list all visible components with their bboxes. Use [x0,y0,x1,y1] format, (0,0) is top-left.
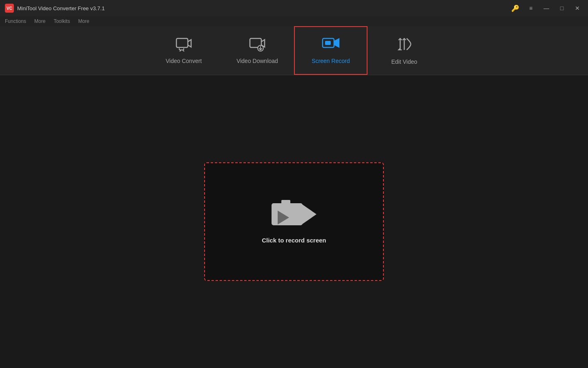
camera-icon [272,200,316,229]
tab-video-convert-label: Video Convert [166,58,202,64]
tab-screen-record[interactable]: Screen Record [294,26,368,75]
menu-extra[interactable]: More [78,18,89,24]
svg-rect-0 [176,38,188,47]
tab-video-download-label: Video Download [236,58,278,64]
minimize-button[interactable]: — [541,2,552,14]
hamburger-menu-icon[interactable]: ≡ [525,2,537,14]
maximize-button[interactable]: □ [556,2,568,14]
key-icon[interactable]: 🔑 [510,3,521,14]
close-button[interactable]: ✕ [572,2,583,14]
title-bar-controls: 🔑 ≡ — □ ✕ [510,2,583,14]
title-bar: VC MiniTool Video Converter Free v3.7.1 … [0,0,588,16]
tab-edit-video[interactable]: Edit Video [368,26,441,75]
tab-video-convert[interactable]: Video Convert [147,26,220,75]
record-label: Click to record screen [262,237,326,244]
video-convert-icon [176,37,192,54]
menu-bar: Functions More Toolkits More [0,16,588,26]
menu-functions[interactable]: Functions [5,18,26,24]
record-area[interactable]: Click to record screen [204,162,384,281]
title-bar-left: VC MiniTool Video Converter Free v3.7.1 [5,4,105,13]
video-download-icon [249,37,265,54]
main-content: Click to record screen [0,75,588,368]
menu-toolkits[interactable]: Toolkits [53,18,70,24]
edit-video-icon [396,36,412,54]
app-title: MiniTool Video Converter Free v3.7.1 [17,5,105,11]
tab-video-download[interactable]: Video Download [220,26,294,75]
app-logo: VC [5,4,14,13]
nav-tabs: Video Convert Video Download [0,26,588,75]
svg-rect-4 [325,41,331,45]
menu-more[interactable]: More [34,18,45,24]
app-window: VC MiniTool Video Converter Free v3.7.1 … [0,0,588,368]
screen-record-icon [322,37,340,54]
tab-edit-video-label: Edit Video [391,58,417,65]
tab-screen-record-label: Screen Record [312,58,350,64]
